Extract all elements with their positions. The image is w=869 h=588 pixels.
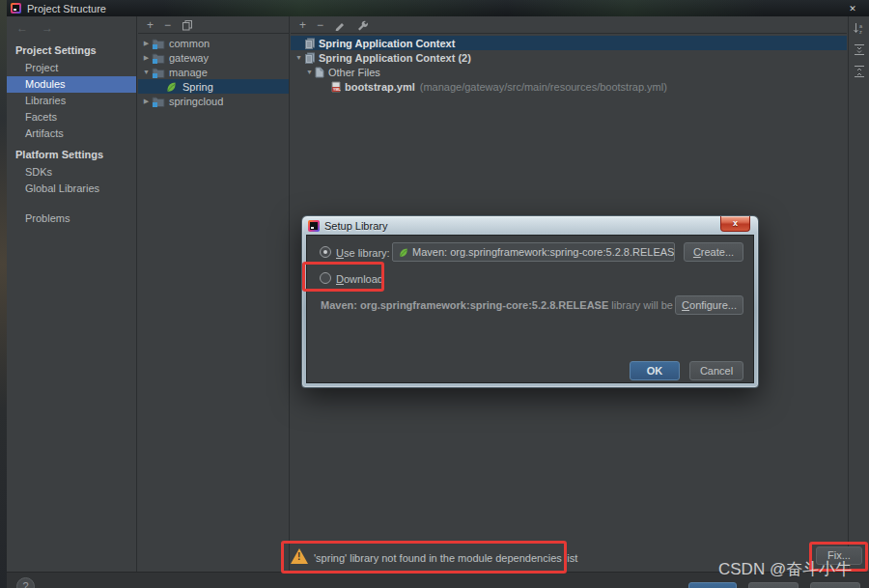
warning-message: 'spring' library not found in the module… [314,552,577,564]
facet-tree: Spring Application Context ▼ Spring Appl… [291,34,847,94]
collapsed-arrow-icon[interactable]: ▶ [141,40,152,47]
tree-row-spring[interactable]: Spring [138,79,289,94]
library-combobox[interactable]: Maven: org.springframework:spring-core:5… [392,242,675,262]
module-label: Spring [182,81,213,93]
module-label: gateway [169,52,209,64]
svg-text:z: z [859,29,862,35]
facet-row-spring-context[interactable]: Spring Application Context [291,36,847,50]
download-label: Download [336,273,383,285]
sidebar-item-global-libraries[interactable]: Global Libraries [7,181,136,197]
screen: Project Structure ✕ ←→ Project Settings … [0,0,869,588]
download-radio[interactable] [320,272,331,284]
remove-module-icon[interactable]: − [164,18,171,32]
collapsed-arrow-icon[interactable]: ▶ [141,98,152,105]
expanded-arrow-icon[interactable]: ▼ [304,69,315,75]
facet-label: Spring Application Context (2) [319,52,471,64]
expand-all-icon[interactable] [854,43,865,56]
module-label: common [169,38,210,49]
window-titlebar: Project Structure ✕ [7,0,869,16]
modules-toolbar: + − [138,16,289,34]
facet-label: Other Files [328,67,380,78]
footer-apply-button[interactable] [810,582,860,588]
module-label: springcloud [169,96,223,107]
facet-label: Spring Application Context [319,38,455,49]
wrench-icon[interactable] [356,19,368,31]
sidebar-item-facets[interactable]: Facets [7,109,136,126]
window-close-icon[interactable]: ✕ [836,4,869,14]
spring-leaf-icon [165,81,180,93]
library-combobox-value: Maven: org.springframework:spring-core:5… [412,246,675,258]
module-folder-icon [152,67,166,78]
module-folder-icon [152,52,166,64]
yml-file-icon: YML [331,81,345,93]
facets-toolbar: + − [291,16,847,34]
back-arrow-icon[interactable]: ← [16,21,28,35]
module-label: manage [169,67,208,78]
history-nav: ←→ [7,16,136,38]
file-icon [315,67,328,78]
window-title: Project Structure [27,3,106,14]
project-settings-header: Project Settings [7,38,136,60]
platform-settings-header: Platform Settings [7,142,136,164]
facet-row-other-files[interactable]: ▼ Other Files [291,65,847,79]
dialog-titlebar: Setup Library [302,216,758,235]
copy-module-icon[interactable] [182,19,193,31]
dialog-title: Setup Library [324,220,387,232]
collapsed-arrow-icon[interactable]: ▶ [141,54,152,62]
intellij-logo-icon [308,220,320,232]
settings-sidebar: ←→ Project Settings Project Modules Libr… [7,16,137,572]
sidebar-item-problems[interactable]: Problems [7,210,136,227]
sidebar-item-sdks[interactable]: SDKs [7,164,136,181]
help-button[interactable]: ? [16,577,35,588]
window-footer: ? [7,572,869,588]
fileset-icon [304,52,319,64]
sidebar-item-libraries[interactable]: Libraries [7,93,136,109]
use-library-label: Use library: [336,247,390,259]
facet-row-bootstrap-yml[interactable]: YML bootstrap.yml (manage/gateway/src/ma… [291,79,847,94]
collapse-all-icon[interactable] [854,65,865,77]
expanded-arrow-icon[interactable]: ▼ [141,69,152,75]
modules-panel: + − ▶ common ▶ [138,16,290,572]
sidebar-item-project[interactable]: Project [7,60,136,76]
library-info-text: Maven: org.springframework:spring-core:5… [321,299,699,311]
cancel-button[interactable]: Cancel [689,361,743,380]
spring-leaf-icon [398,247,408,258]
dialog-close-button[interactable]: x [720,216,750,232]
add-facet-icon[interactable]: + [299,18,306,32]
sidebar-item-modules[interactable]: Modules [7,76,136,93]
fix-button[interactable]: Fix... [816,546,862,565]
module-folder-icon [152,38,166,49]
fileset-icon [304,38,319,49]
expanded-arrow-icon[interactable]: ▼ [294,54,304,61]
sidebar-item-artifacts[interactable]: Artifacts [7,126,136,142]
use-library-radio[interactable] [320,246,331,258]
desktop-background-sliver [0,0,7,588]
warning-triangle-icon [291,548,308,564]
ok-button[interactable]: OK [630,361,680,380]
tree-row-common[interactable]: ▶ common [138,36,289,50]
module-tree: ▶ common ▶ gateway ▼ [138,34,289,108]
facet-file-path: (manage/gateway/src/main/resources/boots… [420,81,667,93]
tree-row-springcloud[interactable]: ▶ springcloud [138,94,289,108]
dialog-content: Use library: Maven: org.springframework:… [306,235,754,383]
intellij-logo-icon [11,3,21,14]
footer-ok-button[interactable] [688,582,737,588]
footer-cancel-button[interactable] [748,582,799,588]
module-folder-icon [152,96,166,107]
svg-text:YML: YML [333,88,341,92]
tree-row-gateway[interactable]: ▶ gateway [138,50,289,65]
facet-label: bootstrap.yml [345,81,415,93]
facet-row-spring-context-2[interactable]: ▼ Spring Application Context (2) [291,50,847,65]
setup-library-dialog: Setup Library x Use library: Maven: org.… [301,215,759,388]
tree-actions-strip: az [848,16,869,572]
sort-alphabetically-icon[interactable]: az [853,22,865,35]
forward-arrow-icon[interactable]: → [42,21,53,35]
create-button[interactable]: Create... [684,242,743,262]
remove-facet-icon[interactable]: − [317,18,323,32]
add-module-icon[interactable]: + [147,18,154,32]
edit-pencil-icon[interactable] [334,19,346,31]
tree-row-manage[interactable]: ▼ manage [138,65,289,79]
configure-button[interactable]: Configure... [675,295,743,315]
